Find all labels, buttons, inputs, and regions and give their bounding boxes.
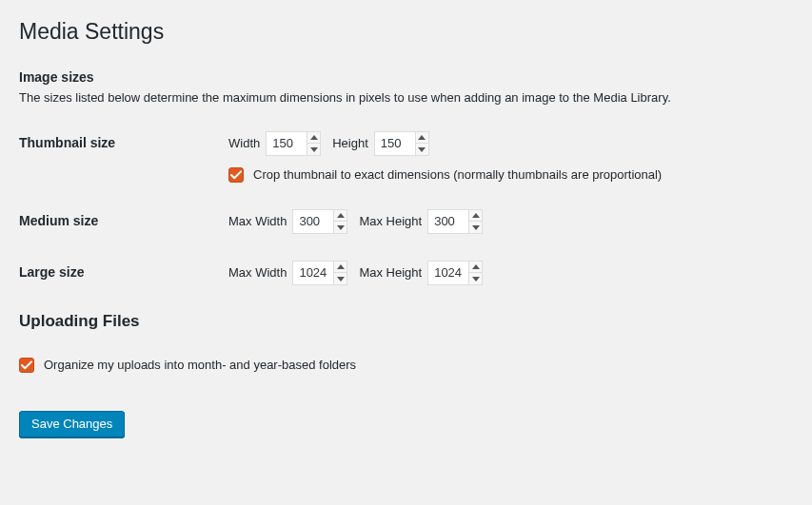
- medium-max-height-label: Max Height: [359, 214, 422, 228]
- check-icon: [230, 169, 242, 181]
- medium-max-height-spinner[interactable]: [468, 210, 482, 233]
- page-title: Media Settings: [19, 10, 793, 50]
- large-size-row: Large size Max Width Max Height: [19, 261, 793, 285]
- spinner-down-icon[interactable]: [334, 222, 347, 233]
- medium-size-row: Medium size Max Width Max Height: [19, 209, 793, 234]
- large-max-width-label: Max Width: [228, 265, 287, 280]
- spinner-up-icon[interactable]: [307, 132, 320, 145]
- large-max-width-spinner[interactable]: [333, 262, 347, 284]
- crop-thumbnail-checkbox[interactable]: [228, 167, 244, 183]
- save-changes-button[interactable]: Save Changes: [19, 411, 125, 437]
- spinner-down-icon[interactable]: [469, 273, 482, 284]
- organize-uploads-checkbox[interactable]: [19, 358, 34, 373]
- spinner-up-icon[interactable]: [334, 210, 347, 223]
- spinner-down-icon[interactable]: [334, 273, 347, 284]
- spinner-down-icon[interactable]: [416, 144, 428, 155]
- thumbnail-height-label: Height: [332, 136, 368, 150]
- check-icon: [21, 359, 32, 371]
- medium-max-width-label: Max Width: [228, 214, 287, 228]
- thumbnail-height-spinner[interactable]: [415, 132, 428, 155]
- medium-size-label: Medium size: [19, 209, 228, 228]
- medium-max-width-spinner[interactable]: [333, 210, 347, 233]
- spinner-down-icon[interactable]: [307, 144, 320, 155]
- spinner-up-icon[interactable]: [469, 210, 482, 223]
- large-size-label: Large size: [19, 261, 228, 280]
- spinner-up-icon[interactable]: [334, 262, 347, 274]
- thumbnail-width-spinner[interactable]: [307, 132, 320, 155]
- crop-thumbnail-label[interactable]: Crop thumbnail to exact dimensions (norm…: [253, 167, 662, 182]
- image-sizes-heading: Image sizes: [19, 69, 793, 85]
- large-max-height-spinner[interactable]: [468, 262, 482, 284]
- thumbnail-size-row: Thumbnail size Width Height: [19, 131, 793, 183]
- uploading-files-heading: Uploading Files: [19, 312, 793, 331]
- spinner-down-icon[interactable]: [469, 222, 482, 233]
- spinner-up-icon[interactable]: [416, 132, 428, 145]
- organize-uploads-label[interactable]: Organize my uploads into month- and year…: [44, 358, 356, 372]
- spinner-up-icon[interactable]: [469, 262, 482, 274]
- image-sizes-description: The sizes listed below determine the max…: [19, 90, 793, 105]
- thumbnail-width-label: Width: [228, 136, 260, 150]
- thumbnail-size-label: Thumbnail size: [19, 131, 228, 150]
- large-max-height-label: Max Height: [359, 265, 422, 280]
